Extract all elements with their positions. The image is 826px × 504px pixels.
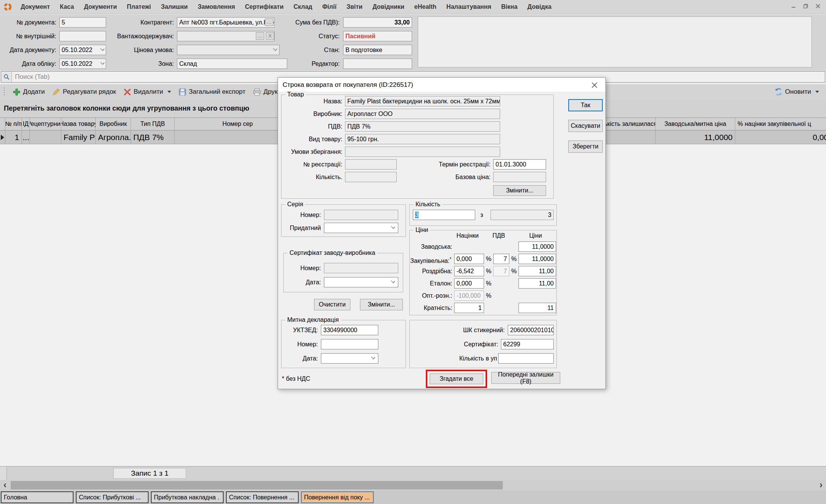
reg-term-field[interactable]: 01.01.3000 <box>493 159 546 170</box>
clear-cert-button[interactable]: Очистити <box>314 299 350 310</box>
scroll-right-icon[interactable]: › <box>817 480 825 491</box>
qty-pack-field[interactable] <box>498 353 554 364</box>
column-header-id[interactable]: ІД <box>22 118 30 130</box>
quantity-input[interactable]: 3 <box>413 210 475 220</box>
menu-kasa[interactable]: Каса <box>55 3 79 10</box>
internal-number-field[interactable] <box>59 31 106 41</box>
scroll-left-icon[interactable]: ‹ <box>1 480 9 491</box>
export-button[interactable]: Загальний експорт <box>175 86 249 97</box>
consignee-browse-button[interactable]: … <box>256 32 264 40</box>
toolbar-grip-handle[interactable] <box>3 87 5 97</box>
doc-number-field[interactable]: 5 <box>59 17 106 28</box>
purchase-markup-field[interactable]: 0,000 <box>454 254 484 264</box>
etalon-price-field[interactable]: 11,00 <box>518 278 556 289</box>
cert-number-field[interactable] <box>324 263 398 273</box>
menu-warehouse[interactable]: Склад <box>288 3 317 10</box>
close-icon[interactable] <box>586 79 602 91</box>
column-header-num[interactable]: № п/п <box>5 118 22 130</box>
customs-number-field[interactable] <box>321 339 378 349</box>
cell-purchase-markup[interactable]: 0,00 <box>735 130 826 144</box>
series-number-field[interactable] <box>324 210 398 220</box>
column-header-purchase-markup[interactable]: % націнки закупівельної ц <box>735 118 826 130</box>
horizontal-scrollbar[interactable]: ‹ › <box>0 480 826 491</box>
add-row-button[interactable]: Додати <box>9 86 49 97</box>
purchase-vat-field[interactable]: 7 <box>493 254 509 264</box>
change-cert-button[interactable]: Змінити... <box>360 299 403 310</box>
etalon-markup-field[interactable]: 0,000 <box>454 278 484 289</box>
tab-main[interactable]: Головна <box>1 491 74 503</box>
purchase-price-field[interactable]: 11,0000 <box>518 254 556 264</box>
cell-qty-left[interactable] <box>606 130 656 144</box>
account-date-field[interactable]: 05.10.2022 <box>59 59 106 69</box>
multiplicity-price-field[interactable]: 11 <box>518 303 556 313</box>
vat-field[interactable]: ПДВ 7% <box>345 121 500 132</box>
factory-price-field[interactable]: 11,0000 <box>518 241 556 252</box>
recall-all-button[interactable]: Згадати все <box>430 374 483 384</box>
customs-date-combobox[interactable] <box>321 353 378 364</box>
menu-certificates[interactable]: Сертифікати <box>240 3 289 10</box>
cell-manufacturer[interactable]: Агропла... <box>96 130 131 144</box>
reg-number-field[interactable] <box>345 159 397 170</box>
refresh-button[interactable]: Оновити <box>771 86 823 97</box>
base-price-field[interactable] <box>493 172 546 182</box>
delete-dropdown-caret-icon[interactable] <box>167 91 171 93</box>
menu-ehealth[interactable]: eHealth <box>409 3 442 10</box>
menu-settings[interactable]: Налаштування <box>442 3 496 10</box>
cert-date-combobox[interactable] <box>324 277 398 287</box>
delete-button[interactable]: Видалити <box>120 86 175 97</box>
tab-returns-list[interactable]: Список: Повернення ... <box>226 491 299 503</box>
menu-reports[interactable]: Звіти <box>342 3 368 10</box>
tab-return-from-buyer[interactable]: Повернення від поку ... <box>301 491 374 503</box>
price-condition-field[interactable] <box>177 45 280 55</box>
cell-factory-price[interactable]: 11,0000 <box>656 130 735 144</box>
refresh-dropdown-caret-icon[interactable] <box>815 91 819 93</box>
menu-help[interactable]: Довідка <box>522 3 556 10</box>
dialog-quantity-field[interactable] <box>345 172 397 182</box>
search-icon[interactable] <box>1 72 12 82</box>
close-window-button[interactable] <box>814 3 822 10</box>
dialog-title-bar[interactable]: Строка возврата от покупателя (ID:226517… <box>278 78 605 92</box>
restore-button[interactable] <box>801 3 810 10</box>
contractor-field[interactable]: Апт №003 пгт.Барышевка, ул.Киев <box>177 17 275 28</box>
change-base-price-button[interactable]: Змінити... <box>493 185 546 196</box>
series-valid-combobox[interactable] <box>324 223 398 233</box>
cancel-button[interactable]: Скасувати <box>568 120 603 132</box>
prev-balances-button[interactable]: Попередні залишки (F8) <box>491 372 560 384</box>
column-header-factory-price[interactable]: Заводська/митна ціна <box>656 118 735 130</box>
menu-windows[interactable]: Вікна <box>496 3 523 10</box>
note-panel[interactable] <box>418 16 812 67</box>
menu-document[interactable]: Документ <box>16 3 55 10</box>
scrollbar-thumb[interactable] <box>11 481 503 489</box>
ok-button[interactable]: Так <box>568 99 603 111</box>
multiplicity-field[interactable]: 1 <box>454 303 484 313</box>
uktzed-field[interactable]: 3304990000 <box>321 325 378 335</box>
column-header-qty-left[interactable]: ькість залишилася <box>606 118 656 130</box>
edit-row-button[interactable]: Редагувати рядок <box>49 86 120 97</box>
minimize-button[interactable] <box>789 3 798 10</box>
tab-incoming-list[interactable]: Список: Прибуткові ... <box>76 491 149 503</box>
cell-product[interactable]: Family Pl... <box>61 130 96 144</box>
tab-incoming-invoice[interactable]: Прибуткова накладна . <box>151 491 224 503</box>
retail-price-field[interactable]: 11,00 <box>518 266 556 276</box>
menu-documents[interactable]: Документи <box>79 3 122 10</box>
certificate-field[interactable]: 62299 <box>501 339 554 349</box>
product-name-field[interactable]: Family Plast бактерицидни на шолк. осн. … <box>345 96 500 106</box>
cell-vat-type[interactable]: ПДВ 7% <box>131 130 175 144</box>
cell-id[interactable]: ... <box>22 130 30 144</box>
cell-recipe[interactable] <box>30 130 61 144</box>
shk-field[interactable]: 2060000201010 <box>508 325 554 335</box>
print-button[interactable]: Друк <box>249 86 281 97</box>
menu-branches[interactable]: Філії <box>317 3 341 10</box>
menu-payments[interactable]: Платежі <box>122 3 156 10</box>
save-button[interactable]: Зберегти <box>568 140 603 153</box>
menu-directories[interactable]: Довідники <box>368 3 409 10</box>
column-header-product[interactable]: Назва товару <box>61 118 96 130</box>
product-kind-field[interactable]: 95-100 грн. <box>345 134 500 144</box>
cell-num[interactable]: 1 <box>5 130 22 144</box>
manufacturer-field[interactable]: Агропласт ООО <box>345 109 500 119</box>
doc-date-field[interactable]: 05.10.2022 <box>59 45 106 55</box>
storage-field[interactable] <box>345 147 500 157</box>
column-header-manufacturer[interactable]: Виробник <box>96 118 131 130</box>
column-header-recipe[interactable]: Рецептурний <box>30 118 61 130</box>
retail-markup-field[interactable]: -6,542 <box>454 266 484 276</box>
